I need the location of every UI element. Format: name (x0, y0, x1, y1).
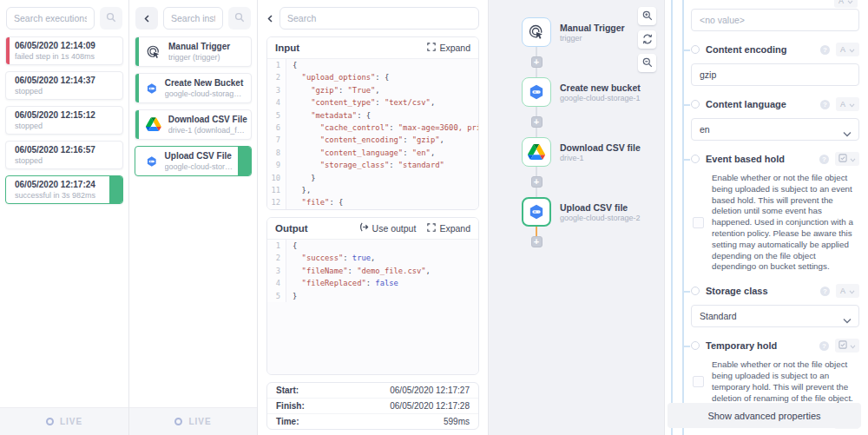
workflow-step-item[interactable]: Manual Triggertrigger (trigger) (135, 36, 252, 67)
node-icon-box[interactable] (522, 197, 551, 227)
node-title: Upload CSV file (560, 202, 641, 213)
storage-class-select[interactable] (691, 305, 859, 327)
tree-guide-line (682, 0, 684, 435)
workflow-node[interactable]: Create new bucketgoogle-cloud-storage-1 (522, 77, 641, 107)
search-button[interactable] (100, 7, 122, 30)
property-toggle[interactable] (691, 155, 700, 163)
execution-list-item[interactable]: 06/05/2020 12:14:09failed step in 1s 408… (5, 36, 123, 65)
workflow-step-item[interactable]: Create New Bucketgoogle-cloud-storage-1 … (135, 73, 252, 103)
google-drive-icon (528, 144, 545, 160)
code-line: 4 "fileReplaced": false (267, 277, 478, 289)
property-storage-class: Storage class?A (691, 284, 859, 327)
help-icon[interactable]: ? (819, 341, 829, 351)
node-icon-box[interactable] (522, 17, 551, 47)
instance-panel: Manual Triggertrigger (trigger)Create Ne… (128, 0, 257, 435)
step-subtitle: trigger (trigger) (168, 53, 230, 62)
property-toggle[interactable] (691, 100, 700, 109)
file-name-field[interactable] (691, 9, 859, 31)
line-number: 4 (267, 277, 286, 289)
chevron-left-icon[interactable] (266, 10, 274, 26)
code-line: 5 "metadata": { (267, 109, 478, 122)
live-ring-icon (46, 418, 54, 425)
property-toggle[interactable] (691, 341, 700, 350)
execution-list-item[interactable]: 06/05/2020 12:15:12stopped (5, 106, 123, 135)
node-icon-box[interactable] (522, 137, 551, 167)
help-icon[interactable]: ? (820, 45, 830, 55)
step-subtitle: google-cloud-storage-2 (... (165, 162, 233, 171)
instance-step-list: Manual Triggertrigger (trigger)Create Ne… (129, 35, 257, 407)
help-icon[interactable]: ? (820, 100, 830, 109)
input-json-code[interactable]: 1{2 "upload_options": {3 "gzip": "True",… (267, 58, 478, 209)
property-label: Storage class (706, 286, 814, 296)
code-line: 2 "success": true, (267, 252, 478, 264)
search-executions-input[interactable] (6, 7, 95, 30)
execution-list-item[interactable]: 06/05/2020 12:17:24successful in 3s 982m… (5, 175, 123, 204)
property-description: Enable whether or not the file object be… (712, 359, 859, 404)
step-subtitle: drive-1 (download_file) (168, 126, 246, 135)
expand-output-button[interactable]: Expand (427, 223, 470, 234)
workflow-step-item[interactable]: Upload CSV Filegoogle-cloud-storage-2 (.… (135, 146, 252, 176)
search-instance-input[interactable] (163, 7, 223, 30)
line-number: 12 (267, 196, 286, 208)
input-section: Input Expand 1{2 "upload_options": {3 "g… (266, 36, 479, 210)
type-selector[interactable] (835, 339, 859, 353)
content-language-select[interactable] (691, 118, 859, 141)
output-json-code[interactable]: 1{2 "success": true,3 "fileName": "demo_… (267, 239, 478, 374)
add-step-button[interactable]: + (531, 56, 542, 68)
debug-search-input[interactable] (279, 7, 479, 30)
workflow-node[interactable]: Upload CSV filegoogle-cloud-storage-2 (522, 197, 641, 227)
svg-text:A: A (840, 287, 845, 294)
help-icon[interactable]: ? (819, 155, 829, 164)
add-step-button[interactable]: + (531, 116, 542, 128)
add-step-button[interactable]: + (531, 236, 542, 247)
property-toggle[interactable] (691, 45, 700, 54)
help-icon[interactable]: ? (820, 287, 830, 296)
chevron-down-icon (843, 125, 852, 141)
property-label: Temporary hold (706, 340, 813, 351)
workflow-node[interactable]: Manual Triggertrigger (522, 17, 625, 47)
back-button[interactable] (135, 7, 158, 30)
type-selector[interactable]: A (836, 43, 859, 56)
event-based-hold-checkbox[interactable] (693, 217, 704, 228)
add-step-button[interactable]: + (531, 176, 542, 188)
use-output-button[interactable]: Use output (358, 222, 417, 234)
temporary-hold-checkbox[interactable] (693, 376, 704, 387)
line-number: 2 (267, 252, 286, 264)
executions-panel: 06/05/2020 12:14:09failed step in 1s 408… (0, 0, 128, 435)
line-number: 8 (267, 147, 286, 159)
chevron-down-icon (850, 341, 856, 351)
property-event-based-hold: Event based hold?Enable whether or not t… (691, 152, 859, 273)
execution-list-item[interactable]: 06/05/2020 12:14:37stopped (5, 71, 123, 100)
show-advanced-properties-button[interactable]: Show advanced properties (667, 403, 861, 428)
type-selector[interactable]: A (836, 284, 859, 298)
manual-trigger-icon (528, 23, 545, 41)
search-button[interactable] (228, 7, 251, 30)
step-title: Create New Bucket (165, 78, 246, 88)
type-selector[interactable]: A (834, 0, 858, 8)
zoom-out-button[interactable] (638, 54, 656, 72)
property-toggle[interactable] (691, 287, 700, 295)
zoom-in-button[interactable] (638, 7, 656, 25)
refresh-button[interactable] (638, 30, 656, 49)
type-selector[interactable] (835, 152, 859, 166)
workflow-step-item[interactable]: Download CSV Filedrive-1 (download_file) (135, 109, 252, 140)
execution-status: failed step in 1s 408ms (15, 52, 115, 61)
node-title: Manual Trigger (560, 23, 625, 33)
type-selector[interactable]: A (836, 97, 859, 111)
content-encoding-input[interactable] (691, 63, 859, 86)
chevron-down-icon (849, 45, 855, 55)
duration-value: 599ms (444, 417, 470, 426)
line-number: 10 (267, 172, 286, 184)
property-label: Event based hold (706, 154, 813, 164)
execution-list-item[interactable]: 06/05/2020 12:16:57stopped (5, 141, 123, 169)
line-number: 1 (267, 59, 286, 71)
workflow-node[interactable]: Download CSV filedrive-1 (522, 137, 641, 167)
code-line: 3 "gzip": "True", (267, 84, 478, 96)
google-drive-icon (146, 117, 161, 131)
chevron-down-icon (843, 312, 852, 327)
node-icon-box[interactable] (522, 77, 551, 107)
properties-panel: A Content encoding?AContent language?AEv… (665, 0, 868, 435)
node-subtitle: trigger (560, 34, 625, 43)
expand-input-button[interactable]: Expand (427, 43, 470, 53)
step-title: Download CSV File (168, 115, 246, 124)
